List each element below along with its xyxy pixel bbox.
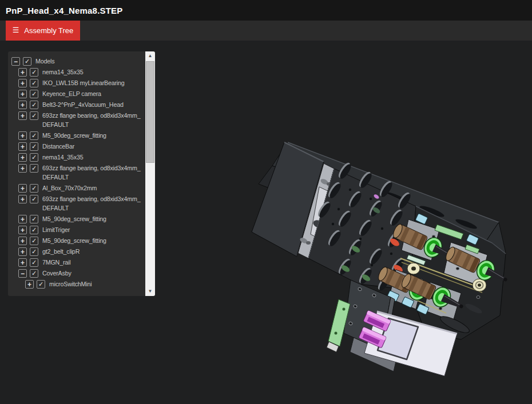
tree-item-label[interactable]: microSwitchMini (49, 279, 92, 289)
tree-expand-button[interactable]: + (18, 226, 27, 234)
title-bar: PnP_Head_x4_Nema8.STEP (0, 0, 532, 21)
tree-item-label[interactable]: Models (35, 57, 54, 66)
tree-row: +✓nema14_35x35 (11, 153, 145, 162)
tree-row: +✓693zz flange bearing, od8xid3x4mm_ DEF… (11, 164, 145, 182)
tree-collapse-button[interactable]: − (18, 269, 27, 278)
tree-checkbox[interactable]: ✓ (30, 195, 38, 203)
tree-item-label[interactable]: 693zz flange bearing, od8xid3x4mm_ DEFAU… (42, 194, 140, 213)
tree-item-label[interactable]: DistanceBar (42, 142, 74, 151)
tree-checkbox[interactable]: ✓ (37, 280, 45, 289)
tree-expand-button[interactable]: + (18, 142, 27, 151)
tree-row: +✓Al_Box_70x70x2mm (11, 184, 145, 193)
tree-checkbox[interactable]: ✓ (30, 90, 38, 98)
tree-item-label[interactable]: 693zz flange bearing, od8xid3x4mm_ DEFAU… (42, 163, 140, 182)
tree-expand-button[interactable]: + (18, 79, 27, 87)
menu-icon: ☰ (13, 26, 19, 34)
tree-row: +✓Keyence_ELP camera (11, 90, 145, 98)
tree-item-label[interactable]: 7MGN_rail (42, 258, 70, 267)
tree-item-label[interactable]: Al_Box_70x70x2mm (42, 183, 97, 193)
tree-item-label[interactable]: nema14_35x35 (42, 67, 84, 77)
tree-row: +✓M5_90deg_screw_fitting (11, 237, 145, 245)
tree-expand-button[interactable]: + (18, 237, 27, 245)
assembly-tree-list: −✓Models+✓nema14_35x35+✓IKO_LWL15B myLin… (8, 51, 145, 296)
tree-expand-button[interactable]: + (18, 215, 27, 223)
tree-item-label[interactable]: CoverAsby (42, 269, 72, 278)
tree-row: +✓693zz flange bearing, od8xid3x4mm_ DEF… (11, 111, 145, 129)
tree-checkbox[interactable]: ✓ (30, 142, 38, 151)
tree-expand-button[interactable]: + (18, 247, 27, 256)
tree-checkbox[interactable]: ✓ (30, 226, 38, 234)
tree-item-label[interactable]: M5_90deg_screw_fitting (42, 214, 106, 223)
tree-expand-button[interactable]: + (18, 131, 27, 140)
tree-checkbox[interactable]: ✓ (30, 237, 38, 245)
tree-expand-button[interactable]: + (25, 280, 34, 289)
tree-expand-button[interactable]: + (18, 68, 27, 77)
tree-expand-button[interactable]: + (18, 164, 27, 173)
scroll-down-icon[interactable]: ▼ (145, 287, 155, 296)
tree-checkbox[interactable]: ✓ (30, 68, 38, 77)
scrollbar-track[interactable] (145, 61, 155, 287)
tree-item-label[interactable]: IKO_LWL15B myLinearBearing (42, 78, 125, 87)
tree-item-label[interactable]: M5_90deg_screw_fitting (42, 131, 106, 140)
tree-row: +✓DistanceBar (11, 142, 145, 151)
tree-row: +✓7MGN_rail (11, 258, 145, 267)
tree-checkbox[interactable]: ✓ (30, 111, 38, 120)
tree-row: +✓IKO_LWL15B myLinearBearing (11, 79, 145, 87)
tree-row: +✓microSwitchMini (11, 280, 145, 289)
tree-checkbox[interactable]: ✓ (30, 101, 38, 109)
app-window: PnP_Head_x4_Nema8.STEP ☰ Assembly Tree (0, 0, 532, 404)
scrollbar[interactable]: ▲ ▼ (145, 51, 155, 296)
tree-item-label[interactable]: gt2_belt_clipR (42, 247, 80, 256)
tree-row: −✓Models (11, 57, 145, 66)
tree-row: +✓nema14_35x35 (11, 68, 145, 77)
scroll-up-icon[interactable]: ▲ (145, 51, 155, 61)
assembly-tree-panel: −✓Models+✓nema14_35x35+✓IKO_LWL15B myLin… (8, 51, 155, 296)
tree-checkbox[interactable]: ✓ (30, 79, 38, 87)
toolbar: ☰ Assembly Tree (0, 21, 532, 41)
assembly-tree-button[interactable]: ☰ Assembly Tree (6, 21, 80, 41)
tree-row: +✓LimitTriger (11, 226, 145, 234)
tree-expand-button[interactable]: + (18, 101, 27, 109)
tree-checkbox[interactable]: ✓ (30, 269, 38, 278)
assembly-tree-button-label: Assembly Tree (24, 26, 73, 35)
tree-item-label[interactable]: LimitTriger (42, 225, 70, 234)
tree-expand-button[interactable]: + (18, 184, 27, 193)
tree-checkbox[interactable]: ✓ (30, 164, 38, 173)
tree-row: +✓M5_90deg_screw_fitting (11, 215, 145, 223)
tree-row: −✓CoverAsby (11, 269, 145, 278)
tree-checkbox[interactable]: ✓ (30, 247, 38, 256)
tree-checkbox[interactable]: ✓ (23, 57, 31, 66)
tree-collapse-button[interactable]: − (11, 57, 20, 66)
tree-item-label[interactable]: Belt3-2^PnP_4xVacuum_Head (42, 100, 124, 109)
tree-item-label[interactable]: nema14_35x35 (42, 153, 84, 162)
tree-expand-button[interactable]: + (18, 111, 27, 120)
tree-checkbox[interactable]: ✓ (30, 153, 38, 162)
tree-checkbox[interactable]: ✓ (30, 215, 38, 223)
tree-expand-button[interactable]: + (18, 153, 27, 162)
tree-expand-button[interactable]: + (18, 258, 27, 267)
tree-item-label[interactable]: M5_90deg_screw_fitting (42, 236, 106, 245)
tree-row: +✓693zz flange bearing, od8xid3x4mm_ DEF… (11, 195, 145, 213)
tree-row: +✓M5_90deg_screw_fitting (11, 131, 145, 140)
tree-checkbox[interactable]: ✓ (30, 258, 38, 267)
tree-checkbox[interactable]: ✓ (30, 184, 38, 193)
tree-expand-button[interactable]: + (18, 195, 27, 203)
tree-expand-button[interactable]: + (18, 90, 27, 98)
window-title: PnP_Head_x4_Nema8.STEP (6, 6, 123, 15)
tree-row: +✓Belt3-2^PnP_4xVacuum_Head (11, 101, 145, 109)
tree-row: +✓gt2_belt_clipR (11, 247, 145, 256)
tree-item-label[interactable]: 693zz flange bearing, od8xid3x4mm_ DEFAU… (42, 111, 140, 129)
tree-checkbox[interactable]: ✓ (30, 131, 38, 140)
tree-item-label[interactable]: Keyence_ELP camera (42, 89, 101, 98)
scrollbar-thumb[interactable] (146, 61, 154, 163)
